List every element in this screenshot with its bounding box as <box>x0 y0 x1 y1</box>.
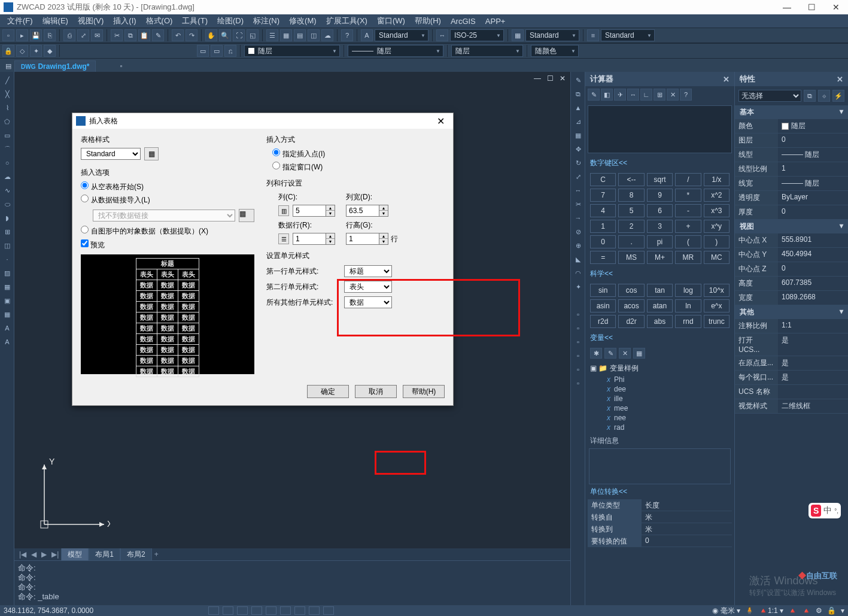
calc-tb5-icon[interactable]: ∟ <box>640 89 652 101</box>
sb-otrack-icon[interactable] <box>280 606 291 615</box>
opt-empty-radio[interactable] <box>81 181 89 189</box>
textstyle-combo[interactable]: Standard <box>375 29 428 41</box>
doc-tab[interactable]: DWGDrawing1.dwg* <box>14 60 96 72</box>
copy2-icon[interactable]: ⧉ <box>572 88 584 100</box>
calc-key-/[interactable]: / <box>675 173 701 186</box>
tab-first-icon[interactable]: |◀ <box>17 550 29 559</box>
prop-close-icon[interactable]: ✕ <box>837 75 843 84</box>
menu-format[interactable]: 格式(O) <box>141 14 178 28</box>
calc-tb3-icon[interactable]: ✈ <box>614 89 626 101</box>
osnap6-icon[interactable]: ▫ <box>572 377 584 389</box>
layout2-tab[interactable]: 布局2 <box>120 548 152 562</box>
grad-icon[interactable]: ▦ <box>1 281 13 293</box>
zoomp-icon[interactable]: ◱ <box>247 29 259 41</box>
layer4-icon[interactable]: ◆ <box>44 45 56 57</box>
calc-sci-sin[interactable]: sin <box>590 284 616 297</box>
trim-icon[interactable]: ✂ <box>572 198 584 210</box>
tab-last-icon[interactable]: ▶| <box>49 550 61 559</box>
tblstyle-icon[interactable]: ▦ <box>512 29 524 41</box>
layout1-tab[interactable]: 布局1 <box>89 548 120 562</box>
menu-file[interactable]: 文件(F) <box>2 14 38 28</box>
point-icon[interactable]: · <box>1 253 13 265</box>
modeltab[interactable]: 模型 <box>61 548 89 562</box>
calc-key-x^2[interactable]: x^2 <box>704 189 730 202</box>
var-dee[interactable]: xdee <box>590 384 730 394</box>
cs1-select[interactable]: 标题 <box>344 265 392 277</box>
tab-next-icon[interactable]: ▶ <box>39 550 49 559</box>
calc-key-5[interactable]: 5 <box>618 204 644 217</box>
fillet-icon[interactable]: ◠ <box>572 267 584 279</box>
sb-lock2-icon[interactable]: 🔒 <box>827 606 836 615</box>
colwidth-input[interactable] <box>346 205 379 217</box>
calc-help-icon[interactable]: ? <box>680 89 692 101</box>
calc-sci-10^x[interactable]: 10^x <box>704 284 730 297</box>
sb-osnap-icon[interactable] <box>266 606 276 615</box>
sb-dyn-icon[interactable] <box>294 606 305 615</box>
chamfer-icon[interactable]: ◣ <box>572 253 584 265</box>
prop-section-视图[interactable]: 视图▾ <box>735 220 848 233</box>
rowheight-input[interactable] <box>346 233 379 245</box>
lp1-icon[interactable]: ▭ <box>197 45 209 57</box>
calc-key-pi[interactable]: pi <box>647 235 673 248</box>
calc-key-<--[interactable]: <-- <box>618 173 644 186</box>
layer-combo[interactable]: 随层 <box>244 45 340 57</box>
var-del-icon[interactable]: ✕ <box>619 348 631 359</box>
sb-model-icon[interactable] <box>323 606 334 615</box>
saveas-icon[interactable]: ⎘ <box>44 29 56 41</box>
pline-icon[interactable]: ⌇ <box>1 102 13 114</box>
var-edit-icon[interactable]: ✎ <box>604 348 616 359</box>
calc-key-7[interactable]: 7 <box>590 189 616 202</box>
cut-icon[interactable]: ✂ <box>111 29 123 41</box>
ellipse-icon[interactable]: ⬭ <box>1 198 13 210</box>
row-up-icon[interactable]: ▲ <box>326 233 335 239</box>
hatch-icon[interactable]: ▨ <box>1 267 13 279</box>
var-new-icon[interactable]: ✱ <box>590 348 602 359</box>
var-nee[interactable]: xnee <box>590 413 730 423</box>
ok-button[interactable]: 确定 <box>307 385 349 398</box>
tablestyle-combo[interactable]: Standard <box>525 29 579 41</box>
rowh-down-icon[interactable]: ▼ <box>379 239 388 244</box>
calc-tb1-icon[interactable]: ✎ <box>588 89 600 101</box>
mlstyle-icon[interactable]: ≡ <box>587 29 599 41</box>
print-icon[interactable]: ⎙ <box>63 29 75 41</box>
calc-key-3[interactable]: 3 <box>647 220 673 233</box>
sb-ann-icon[interactable]: 🔺 <box>788 606 797 615</box>
calc-sci-atan[interactable]: atan <box>647 299 673 312</box>
spline-icon[interactable]: ∿ <box>1 184 13 196</box>
menu-modify[interactable]: 修改(M) <box>284 14 321 28</box>
calc-sci-d2r[interactable]: d2r <box>618 315 644 328</box>
linetype-combo[interactable]: ———随层 <box>348 45 443 57</box>
sb-scale-icon[interactable]: 🔺1:1 ▾ <box>759 606 783 615</box>
match-icon[interactable]: ✎ <box>152 29 164 41</box>
colw-up-icon[interactable]: ▲ <box>379 205 388 211</box>
sb-grid-icon[interactable] <box>208 606 219 615</box>
maximize-button[interactable]: ☐ <box>808 2 816 12</box>
join-icon[interactable]: ⊕ <box>572 239 584 251</box>
props-icon[interactable]: ▦ <box>280 29 292 41</box>
color-combo[interactable]: 随颜色 <box>531 45 579 57</box>
calc-sci-tan[interactable]: tan <box>647 284 673 297</box>
dtext-icon[interactable]: A <box>1 336 13 348</box>
polygon-icon[interactable]: ⬠ <box>1 116 13 128</box>
qsel-icon[interactable]: ⧉ <box>804 90 816 102</box>
cloud-icon[interactable]: ☁ <box>321 29 333 41</box>
offset-icon[interactable]: ⊿ <box>572 116 584 128</box>
paste-icon[interactable]: 📋 <box>138 29 150 41</box>
var-folder[interactable]: ▣ 📁 变量样例 <box>590 362 730 375</box>
calc-sci-rnd[interactable]: rnd <box>675 315 701 328</box>
calc-key-x^y[interactable]: x^y <box>704 220 730 233</box>
lp3-icon[interactable]: ⎌ <box>224 45 236 57</box>
scale-icon[interactable]: ⤢ <box>572 171 584 183</box>
var-rad[interactable]: xrad <box>590 423 730 432</box>
calc-tb4-icon[interactable]: ↔ <box>627 89 639 101</box>
table-icon[interactable]: ▦ <box>1 308 13 320</box>
calc-key-1[interactable]: 1 <box>590 220 616 233</box>
earc-icon[interactable]: ◗ <box>1 212 13 224</box>
menu-arcgis[interactable]: ArcGIS <box>446 16 481 27</box>
calc-close-icon[interactable]: ✕ <box>723 75 730 84</box>
sci-header[interactable]: 科学<< <box>585 266 734 281</box>
calc-sci-trunc[interactable]: trunc <box>704 315 730 328</box>
menu-insert[interactable]: 插入(I) <box>108 14 141 28</box>
datalink-button-icon[interactable]: ▦ <box>239 209 254 222</box>
explode-icon[interactable]: ✦ <box>572 281 584 293</box>
